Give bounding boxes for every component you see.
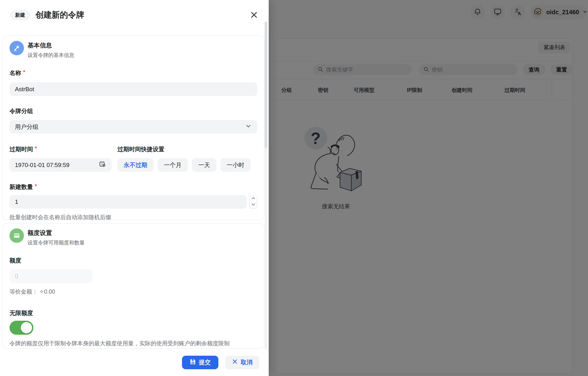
- create-token-drawer: 新建 创建新的令牌 基本信息 设置令牌的基本信息: [0, 0, 269, 376]
- drawer-footer: 提交 取消: [0, 349, 269, 376]
- key-icon: [10, 41, 24, 55]
- x-icon: [232, 359, 238, 366]
- quota-title: 额度设置: [28, 228, 85, 237]
- quota-header: 额度设置 设置令牌可用额度和数量: [10, 228, 257, 246]
- toggle-knob: [21, 322, 32, 333]
- app-root: 文 A oidc_21460 紧凑: [0, 0, 588, 376]
- count-label: 新建数量*: [10, 183, 257, 191]
- required-asterisk: *: [35, 183, 37, 189]
- count-row: [10, 195, 257, 209]
- token-group-select[interactable]: 用户分组: [10, 120, 257, 134]
- mode-badge: 新建: [11, 10, 30, 20]
- quick-expire-label: 过期时间快捷设置: [118, 145, 251, 153]
- quota-helper-text: 令牌的额度仅用于限制令牌本身的最大额度使用量，实际的使用受到账户的剩余额度限制: [10, 339, 258, 348]
- expire-row: 过期时间*: [10, 145, 257, 172]
- quota-label: 额度: [10, 257, 257, 264]
- basic-info-subtitle: 设置令牌的基本信息: [28, 52, 74, 59]
- expire-time-picker[interactable]: [10, 158, 112, 172]
- token-group-value: 用户分组: [15, 123, 38, 131]
- submit-button[interactable]: 提交: [182, 356, 218, 369]
- quota-field[interactable]: [10, 270, 92, 283]
- chevron-down-icon: [245, 123, 252, 131]
- close-icon: [250, 11, 258, 20]
- basic-info-card: 基本信息 设置令牌的基本信息 名称* 令牌分组 用户分组: [2, 35, 264, 220]
- name-label: 名称*: [10, 69, 257, 77]
- quick-expire-options: 永不过期 一个月 一天 一小时: [118, 158, 251, 172]
- quota-card: 额度设置 设置令牌可用额度和数量 额度 等价金额： ✧0.00 无限额度 令牌的…: [2, 223, 264, 349]
- stepper-up-icon[interactable]: [251, 197, 256, 201]
- token-group-label: 令牌分组: [10, 107, 257, 115]
- expire-time-input[interactable]: [15, 162, 89, 169]
- save-icon: [190, 358, 196, 366]
- basic-info-title: 基本信息: [28, 41, 74, 49]
- drawer-header: 新建 创建新的令牌: [11, 10, 84, 21]
- quick-option-never[interactable]: 永不过期: [118, 158, 154, 172]
- cancel-label: 取消: [241, 358, 252, 366]
- calendar-clock-icon: [99, 161, 106, 169]
- quota-subtitle: 设置令牌可用额度和数量: [28, 239, 85, 246]
- quick-option-day[interactable]: 一天: [192, 158, 216, 172]
- unlimited-quota-toggle[interactable]: [10, 321, 33, 335]
- count-field[interactable]: [10, 195, 247, 209]
- equivalent-amount: 等价金额： ✧0.00: [10, 287, 257, 296]
- submit-label: 提交: [199, 358, 211, 366]
- quota-input[interactable]: [15, 273, 87, 280]
- vertical-scrollbar[interactable]: [265, 21, 267, 148]
- count-stepper[interactable]: [249, 195, 257, 209]
- credit-card-icon: [10, 228, 24, 243]
- required-asterisk: *: [23, 69, 25, 75]
- quick-option-hour[interactable]: 一小时: [220, 158, 251, 172]
- count-input[interactable]: [15, 198, 241, 205]
- quick-option-month[interactable]: 一个月: [158, 158, 188, 172]
- basic-info-header: 基本信息 设置令牌的基本信息: [10, 41, 257, 59]
- cancel-button[interactable]: 取消: [225, 356, 259, 369]
- name-input[interactable]: [15, 86, 252, 93]
- expire-time-label: 过期时间*: [10, 145, 112, 153]
- unlimited-quota-label: 无限额度: [10, 309, 257, 317]
- count-helper-text: 批量创建时会在名称后自动添加随机后缀: [10, 213, 257, 222]
- name-field[interactable]: [10, 82, 257, 96]
- stepper-down-icon[interactable]: [251, 203, 256, 207]
- drawer-title: 创建新的令牌: [35, 10, 84, 21]
- required-asterisk: *: [35, 145, 37, 151]
- vertical-scrollbar-track: [265, 148, 267, 372]
- close-button[interactable]: [249, 10, 259, 20]
